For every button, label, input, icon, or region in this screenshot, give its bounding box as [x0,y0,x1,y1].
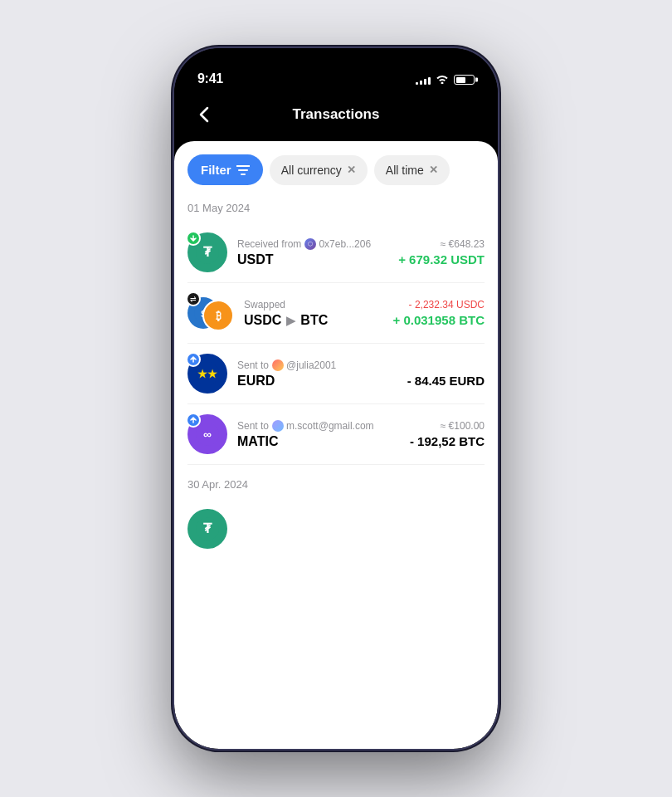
status-icons [416,73,475,86]
screen: 9:41 [174,48,498,749]
send-badge-matic [186,413,201,428]
tx-amount-swap: + 0.031958 BTC [393,313,485,327]
svg-text:₮: ₮ [203,245,212,259]
currency-tag-close[interactable]: ✕ [347,164,356,176]
user-avatar-julia [272,359,284,371]
tx-label-usdt: Received from ⬡ 0x7eb...206 [237,238,388,250]
tx-right-swap: - 2,232.34 USDC + 0.031958 BTC [393,299,485,327]
tx-name-matic: MATIC [237,434,400,449]
table-row[interactable]: ₮ Received from ⬡ [187,224,485,281]
tx-right-usdt: ≈ €648.23 + 679.32 USDT [398,238,485,266]
tx-icon-swap: ⇌ $ ₿ [187,293,234,333]
screen-body: Transactions Filter All currency ✕ [174,93,498,749]
filter-icon [236,165,250,175]
swap-arrow-icon: ▶ [286,314,295,327]
tx-icon-next: ₮ [187,509,227,549]
table-row[interactable]: ★★ Sent to [187,345,485,402]
tx-amount-matic: - 192,52 BTC [410,434,485,448]
signal-icon [416,75,431,85]
svg-text:∞: ∞ [203,428,212,441]
btc-icon: ₿ [202,300,234,331]
status-bar: 9:41 [174,48,498,93]
status-time: 9:41 [197,71,223,86]
battery-icon [454,75,475,85]
tx-icon-matic: ∞ [187,414,227,454]
date-label-may: 01 May 2024 [187,202,485,214]
dynamic-island [286,56,386,85]
tx-amount-usdt: + 679.32 USDT [398,252,485,266]
tx-icon-usdt: ₮ [187,232,227,272]
tx-approx-eurd [407,359,485,371]
divider-4 [187,464,485,465]
all-time-tag[interactable]: All time ✕ [374,155,450,185]
divider-1 [187,282,485,283]
phone-frame: 9:41 [174,48,498,749]
filter-button[interactable]: Filter [187,154,263,185]
tx-middle-swap: Swapped USDC ▶ BTC [244,299,383,328]
filter-label: Filter [201,163,231,177]
filter-row: Filter All currency ✕ All time ✕ [187,154,485,185]
battery-fill [456,77,465,83]
user-avatar-scott [272,420,284,432]
svg-text:₮: ₮ [203,521,212,535]
tx-right-matic: ≈ €100.00 - 192,52 BTC [410,420,485,448]
back-button[interactable] [191,101,217,128]
tx-middle-matic: Sent to m.scott@gmail.com MATIC [237,420,400,449]
tx-middle-usdt: Received from ⬡ 0x7eb...206 USDT [237,238,388,267]
receive-badge [186,231,201,246]
tx-name-usdt: USDT [237,252,388,267]
tx-amount-eurd: - 84.45 EURD [407,374,485,388]
page-title: Transactions [293,106,380,123]
transactions-card: Filter All currency ✕ All time ✕ [174,141,498,749]
tx-name-swap: USDC ▶ BTC [244,313,383,328]
tx-label-swap: Swapped [244,299,383,310]
svg-text:★★: ★★ [197,368,217,380]
tx-label-eurd: Sent to @julia2001 [237,359,397,371]
tx-middle-eurd: Sent to @julia2001 EURD [237,359,397,389]
tx-approx-matic: ≈ €100.00 [410,420,485,432]
all-currency-tag[interactable]: All currency ✕ [270,155,368,185]
swap-badge: ⇌ [186,291,201,306]
table-row[interactable]: ₮ [187,501,485,557]
tx-approx-usdt: ≈ €648.23 [398,238,485,250]
tx-right-eurd: - 84.45 EURD [407,359,485,388]
tx-icon-eurd: ★★ [187,354,227,394]
address-icon: ⬡ [304,238,316,250]
date-label-apr: 30 Apr. 2024 [187,478,485,491]
wifi-icon [436,73,449,86]
tx-name-eurd: EURD [237,374,397,389]
tx-approx-swap: - 2,232.34 USDC [393,299,485,310]
divider-3 [187,403,485,404]
svg-text:₿: ₿ [216,310,222,322]
table-row[interactable]: ∞ Sent to [187,406,485,462]
next-coin-icon: ₮ [187,509,227,549]
time-tag-close[interactable]: ✕ [429,164,438,176]
currency-tag-label: All currency [281,164,342,177]
send-badge-eurd [186,352,201,367]
divider-2 [187,343,485,344]
time-tag-label: All time [386,164,424,177]
table-row[interactable]: ⇌ $ ₿ Swapped USDC ▶ BTC [187,285,485,341]
page-header: Transactions [174,93,498,141]
tx-label-matic: Sent to m.scott@gmail.com [237,420,400,432]
